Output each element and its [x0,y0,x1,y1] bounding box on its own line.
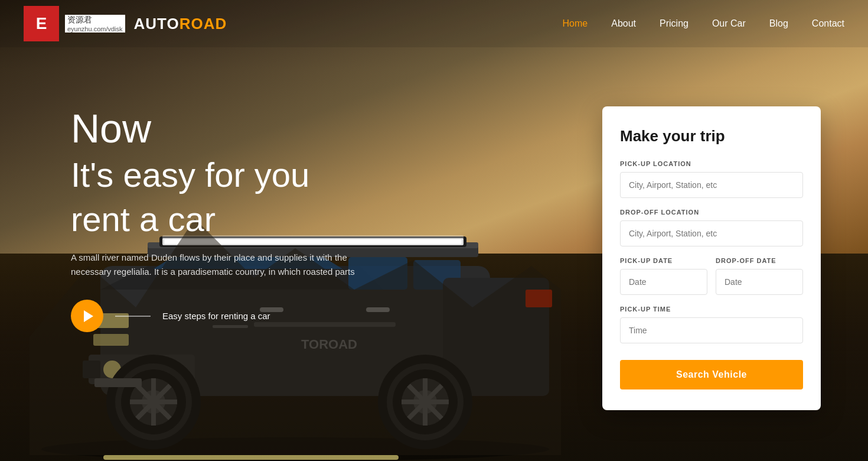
nav-item-ourcar[interactable]: Our Car [712,18,746,29]
nav-link-home[interactable]: Home [563,18,588,28]
search-vehicle-button[interactable]: Search Vehicle [620,360,803,389]
hero-line1: Now [71,106,151,151]
form-title: Make your trip [620,127,803,145]
hero-subtitle: A small river named Duden flows by their… [71,251,390,279]
booking-form: Make your trip PICK-UP LOCATION DROP-OFF… [602,106,821,410]
logo-chinese: 资源君 [65,15,125,25]
nav-link-about[interactable]: About [611,18,636,28]
dropoff-date-input[interactable] [716,269,803,295]
dropoff-date-label: DROP-OFF DATE [716,257,803,264]
cta-divider [115,316,151,317]
brand-name-suffix: ROAD [180,15,227,33]
cta-text: Easy steps for renting a car [162,311,270,321]
brand-name-prefix: AUTO [134,15,180,33]
dropoff-location-group: DROP-OFF LOCATION [620,209,803,246]
pickup-location-input[interactable] [620,172,803,198]
pickup-date-label: PICK-UP DATE [620,257,707,264]
brand-name: AUTOROAD [134,15,227,33]
dropoff-location-input[interactable] [620,220,803,246]
pickup-location-label: PICK-UP LOCATION [620,160,803,167]
nav-item-contact[interactable]: Contact [812,18,844,29]
nav-links: Home About Pricing Our Car Blog Contact [563,18,844,29]
dropoff-location-label: DROP-OFF LOCATION [620,209,803,216]
hero-section: TOROAD E [0,0,868,461]
hero-title: Now It's easy for you rent a car [71,106,390,239]
logo-url: eyunzhu.com/vdisk [65,25,125,33]
nav-item-about[interactable]: About [611,18,636,29]
svg-rect-42 [103,455,399,460]
pickup-date-input[interactable] [620,269,707,295]
nav-link-pricing[interactable]: Pricing [660,18,688,28]
pickup-location-group: PICK-UP LOCATION [620,160,803,198]
logo-box: E [24,6,59,41]
pickup-time-label: PICK-UP TIME [620,306,803,313]
nav-link-ourcar[interactable]: Our Car [712,18,746,28]
play-button[interactable] [71,300,103,332]
logo-area: E 资源君 eyunzhu.com/vdisk AUTOROAD [24,6,227,41]
nav-link-contact[interactable]: Contact [812,18,844,28]
hero-content: Now It's easy for you rent a car A small… [71,106,390,332]
nav-item-pricing[interactable]: Pricing [660,18,688,29]
nav-item-home[interactable]: Home [563,18,588,29]
navbar: E 资源君 eyunzhu.com/vdisk AUTOROAD Home Ab… [0,0,868,47]
hero-line2: It's easy for you [71,155,309,194]
dropoff-date-group: DROP-OFF DATE [716,257,803,295]
logo-text-area: 资源君 eyunzhu.com/vdisk [65,15,125,33]
pickup-time-group: PICK-UP TIME [620,306,803,343]
pickup-date-group: PICK-UP DATE [620,257,707,295]
nav-link-blog[interactable]: Blog [769,18,788,28]
date-row: PICK-UP DATE DROP-OFF DATE [620,257,803,295]
hero-line3: rent a car [71,200,216,238]
pickup-time-input[interactable] [620,317,803,343]
hero-cta: Easy steps for renting a car [71,300,390,332]
nav-item-blog[interactable]: Blog [769,18,788,29]
